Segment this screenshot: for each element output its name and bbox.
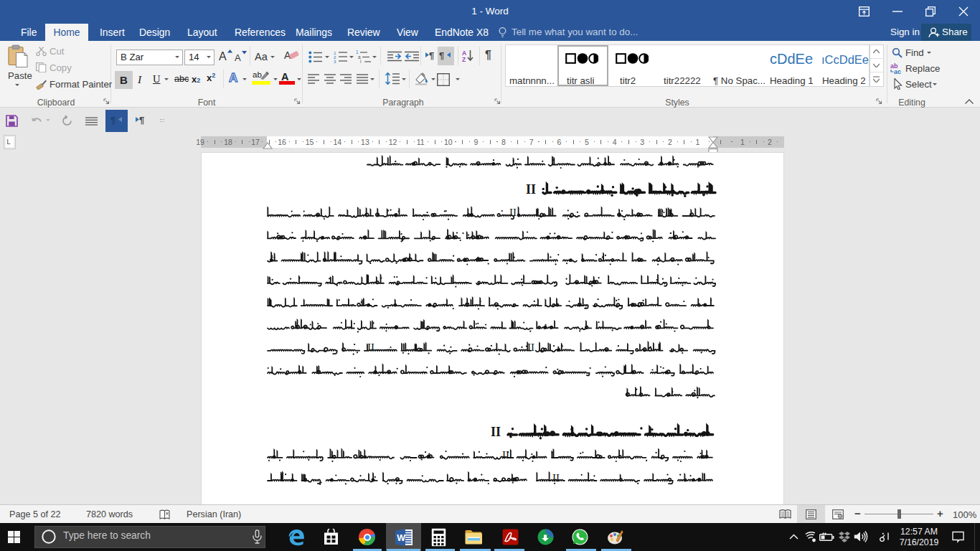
svg-text:¶: ¶ (439, 51, 444, 61)
svg-text:3: 3 (334, 59, 336, 64)
svg-text:¶: ¶ (429, 51, 434, 61)
svg-text:Z: Z (462, 56, 466, 63)
svg-text:ac: ac (894, 68, 901, 75)
svg-text:W: W (397, 533, 405, 543)
svg-text:i: i (360, 59, 361, 63)
